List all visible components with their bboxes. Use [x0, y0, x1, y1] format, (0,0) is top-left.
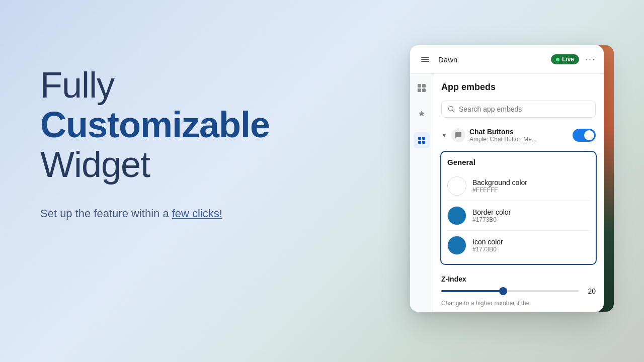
panel-topbar: Dawn Live ··· [410, 45, 604, 74]
live-badge: Live [551, 54, 579, 64]
divider-2 [447, 230, 590, 231]
general-section: General Background color #FFFFFF Border … [440, 151, 597, 265]
svg-rect-5 [418, 88, 421, 92]
icon-color-value: #1773B0 [472, 246, 503, 253]
border-color-swatch[interactable] [447, 206, 466, 225]
chat-icon [451, 128, 465, 142]
svg-rect-0 [421, 57, 429, 58]
subtitle-link[interactable]: few clicks! [172, 207, 222, 220]
background-color-value: #FFFFFF [472, 187, 527, 194]
icon-color-swatch[interactable] [447, 236, 466, 255]
left-section: Fully Customizable Widget Set up the fea… [40, 65, 342, 222]
svg-rect-4 [422, 84, 426, 87]
chat-buttons-info: Chat Buttons Ample: Chat Button Me... [469, 128, 569, 143]
svg-rect-7 [418, 137, 421, 140]
background-color-info: Background color #FFFFFF [472, 178, 527, 194]
svg-rect-2 [421, 61, 429, 62]
headline-line1: Fully [40, 65, 342, 105]
search-box [441, 101, 596, 118]
svg-rect-10 [422, 141, 425, 144]
search-icon [448, 106, 455, 113]
zindex-section: Z-Index 20 Change to a higher number if … [433, 269, 604, 312]
zindex-description: Change to a higher number if the [441, 299, 596, 308]
sidebar-icon-customize[interactable] [414, 106, 430, 122]
panel-body: App embeds ▼ [410, 74, 604, 312]
back-icon[interactable] [418, 52, 432, 66]
slider-row: 20 [441, 287, 596, 295]
live-label: Live [562, 56, 574, 63]
background-color-label: Background color [472, 178, 527, 187]
border-color-value: #1773B0 [472, 216, 511, 223]
chat-buttons-toggle[interactable] [573, 129, 596, 142]
headline-line2: Customizable [40, 105, 342, 145]
headline: Fully Customizable Widget [40, 65, 342, 185]
slider-thumb[interactable] [499, 287, 507, 295]
general-title: General [447, 158, 590, 166]
subtitle-prefix: Set up the feature within a [40, 207, 172, 220]
chat-buttons-row: ▼ Chat Buttons Ample: Chat Button Me... [433, 124, 604, 147]
svg-rect-8 [422, 137, 425, 140]
headline-line3: Widget [40, 145, 342, 185]
sidebar-icon-grid[interactable] [414, 80, 430, 96]
icon-color-info: Icon color #1773B0 [472, 238, 503, 253]
border-color-info: Border color #1773B0 [472, 208, 511, 223]
svg-rect-1 [421, 59, 429, 60]
slider-fill [441, 290, 503, 292]
border-color-row: Border color #1773B0 [447, 203, 590, 228]
expand-arrow-icon[interactable]: ▼ [441, 132, 447, 139]
more-options-icon[interactable]: ··· [585, 54, 596, 65]
zindex-value: 20 [584, 287, 596, 295]
chat-buttons-name: Chat Buttons [469, 128, 569, 136]
svg-rect-6 [422, 88, 426, 92]
background-color-row: Background color #FFFFFF [447, 173, 590, 199]
panel-sidebar [410, 74, 433, 312]
svg-rect-3 [418, 84, 421, 87]
app-embeds-header: App embeds [433, 74, 604, 97]
search-input[interactable] [459, 105, 589, 113]
sidebar-icon-apps[interactable] [414, 132, 430, 148]
app-embeds-title: App embeds [441, 82, 496, 92]
divider-1 [447, 201, 590, 201]
subtitle: Set up the feature within a few clicks! [40, 205, 342, 222]
icon-color-row: Icon color #1773B0 [447, 233, 590, 258]
icon-color-label: Icon color [472, 238, 503, 246]
panel-content: App embeds ▼ [433, 74, 604, 312]
chat-buttons-subtitle: Ample: Chat Button Me... [469, 136, 569, 143]
background-color-swatch[interactable] [447, 176, 466, 196]
search-container [433, 97, 604, 124]
topbar-store-name: Dawn [438, 55, 545, 64]
zindex-title: Z-Index [441, 275, 596, 283]
live-dot [556, 58, 559, 61]
svg-rect-9 [418, 141, 421, 144]
widget-panel: Dawn Live ··· [410, 45, 604, 312]
slider-track [441, 290, 579, 292]
border-color-label: Border color [472, 208, 511, 216]
